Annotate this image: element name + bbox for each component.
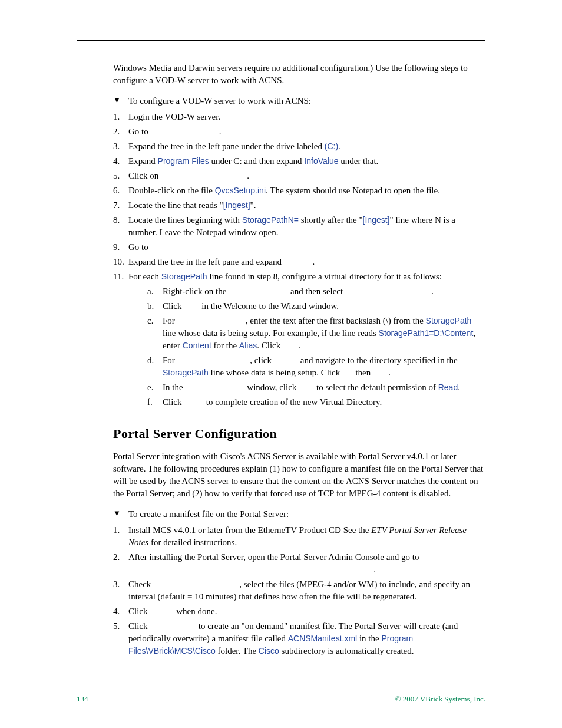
procedure-title-2: To create a manifest file on the Portal … (128, 508, 485, 521)
step-7: 7. Locate the line that reads "[Ingest]"… (113, 199, 485, 212)
substep-a: a. Right-click on the and then select . (147, 285, 485, 298)
step-2: 2. Go to . (113, 126, 485, 138)
step-9: 9. Go to (113, 241, 485, 253)
step-11: 11. For each StoragePath line found in s… (113, 271, 485, 411)
step2-4: 4. Click when done. (113, 605, 485, 618)
step2-3: 3. Check , select the files (MPEG-4 and/… (113, 578, 485, 603)
copyright: © 2007 VBrick Systems, Inc. (395, 694, 485, 704)
page: Windows Media and Darwin servers require… (0, 0, 562, 728)
triangle-icon: ▼ (113, 95, 128, 106)
top-rule (77, 40, 485, 41)
step-8: 8. Locate the lines beginning with Stora… (113, 214, 485, 239)
step-4: 4. Expand Program Files under C: and the… (113, 155, 485, 167)
step2-1: 1. Install MCS v4.0.1 or later from the … (113, 524, 485, 549)
substeps-11: a. Right-click on the and then select . … (147, 285, 485, 409)
step-6: 6. Double-click on the file QvcsSetup.in… (113, 185, 485, 197)
procedure-title: To configure a VOD-W server to work with… (128, 95, 485, 107)
step2-5: 5. Click to create an "on demand" manife… (113, 620, 485, 657)
procedure-heading-1: ▼ To configure a VOD-W server to work wi… (113, 95, 485, 107)
steps-list-2: 1. Install MCS v4.0.1 or later from the … (113, 524, 485, 657)
substep-c: c. For , enter the text after the first … (147, 315, 485, 352)
procedure-heading-2: ▼ To create a manifest file on the Porta… (113, 508, 485, 521)
step2-2: 2. After installing the Portal Server, o… (113, 551, 485, 576)
substep-f: f. Click to complete creation of the new… (147, 396, 485, 409)
step-10: 10. Expand the tree in the left pane and… (113, 256, 485, 268)
intro-paragraph: Windows Media and Darwin servers require… (113, 62, 485, 87)
p2: Portal Server integration with Cisco's A… (113, 450, 485, 500)
substep-b: b. Click in the Welcome to the Wizard wi… (147, 300, 485, 312)
triangle-icon: ▼ (113, 508, 128, 519)
section-heading: Portal Server Configuration (113, 425, 485, 443)
substep-e: e. In the window, click to select the de… (147, 381, 485, 394)
step-5: 5. Click on . (113, 170, 485, 182)
substep-d: d. For , click and navigate to the direc… (147, 354, 485, 379)
page-number: 134 (77, 694, 88, 704)
steps-list-1: 1. Login the VOD-W server. 2. Go to . 3.… (113, 111, 485, 411)
footer: 134 © 2007 VBrick Systems, Inc. (77, 694, 485, 704)
step-3: 3. Expand the tree in the left pane unde… (113, 140, 485, 153)
step-1: 1. Login the VOD-W server. (113, 111, 485, 123)
